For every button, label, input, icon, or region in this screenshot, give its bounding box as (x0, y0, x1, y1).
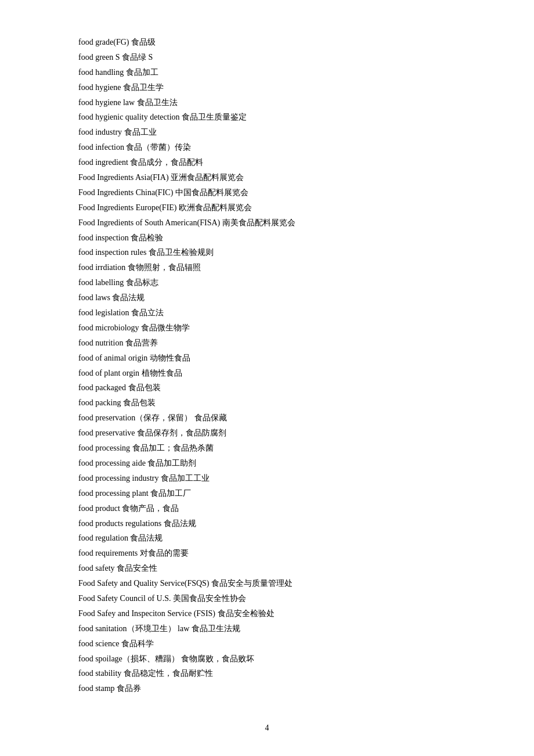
list-item: food safety 食品安全性 (78, 561, 456, 576)
list-item: food grade(FG) 食品级 (78, 35, 456, 50)
list-item: food infection 食品（带菌）传染 (78, 140, 456, 155)
list-item: Food Ingredients Asia(FIA) 亚洲食品配料展览会 (78, 170, 456, 185)
list-item: food legislation 食品立法 (78, 305, 456, 321)
list-item: food hygienic quality detection 食品卫生质量鉴定 (78, 110, 456, 125)
list-item: food regulation 食品法规 (78, 531, 456, 546)
list-item: Food Safety Council of U.S. 美国食品安全性协会 (78, 591, 456, 606)
list-item: food products regulations 食品法规 (78, 516, 456, 531)
list-item: food hygiene law 食品卫生法 (78, 95, 456, 110)
list-item: food ingredient 食品成分，食品配料 (78, 155, 456, 170)
list-item: food of animal origin 动物性食品 (78, 351, 456, 366)
list-item: food inspection 食品检验 (78, 231, 456, 246)
list-item: food product 食物产品，食品 (78, 501, 456, 516)
list-item: food spoilage（损坏、糟蹋） 食物腐败，食品败坏 (78, 651, 456, 667)
list-item: food preservative 食品保存剂，食品防腐剂 (78, 426, 456, 441)
list-item: food laws 食品法规 (78, 290, 456, 305)
list-item: food irrdiation 食物照射，食品辐照 (78, 260, 456, 275)
list-item: food processing industry 食品加工工业 (78, 471, 456, 486)
list-item: Food Ingredients China(FIC) 中国食品配料展览会 (78, 185, 456, 200)
page-number: 4 (265, 723, 269, 733)
entries-container: food grade(FG) 食品级food green S 食品绿 Sfood… (78, 35, 456, 696)
list-item: food processing plant 食品加工厂 (78, 486, 456, 501)
list-item: food green S 食品绿 S (78, 50, 456, 65)
list-item: food of plant orgin 植物性食品 (78, 366, 456, 381)
list-item: Food Ingredients Europe(FIE) 欧洲食品配料展览会 (78, 200, 456, 215)
list-item: food labelling 食品标志 (78, 275, 456, 290)
page-content: food grade(FG) 食品级food green S 食品绿 Sfood… (0, 0, 534, 743)
list-item: Food Ingredients of South American(FISA)… (78, 215, 456, 231)
list-item: food sanitation（环境卫生） law 食品卫生法规 (78, 621, 456, 636)
list-item: food packaged 食品包装 (78, 380, 456, 395)
list-item: food science 食品科学 (78, 636, 456, 651)
list-item: food nutrition 食品营养 (78, 336, 456, 351)
list-item: food requirements 对食品的需要 (78, 546, 456, 561)
list-item: food stability 食品稳定性，食品耐贮性 (78, 666, 456, 681)
list-item: food microbiology 食品微生物学 (78, 321, 456, 336)
list-item: food processing aide 食品加工助剂 (78, 456, 456, 471)
list-item: food packing 食品包装 (78, 395, 456, 411)
list-item: food processing 食品加工；食品热杀菌 (78, 441, 456, 456)
list-item: Food Safety and Quality Service(FSQS) 食品… (78, 576, 456, 591)
list-item: food preservation（保存，保留） 食品保藏 (78, 411, 456, 426)
list-item: food industry 食品工业 (78, 125, 456, 140)
list-item: food hygiene 食品卫生学 (78, 80, 456, 95)
list-item: food stamp 食品券 (78, 681, 456, 696)
list-item: Food Safey and Inspeciton Service (FSIS)… (78, 606, 456, 621)
list-item: food handling 食品加工 (78, 65, 456, 80)
list-item: food inspection rules 食品卫生检验规则 (78, 245, 456, 260)
